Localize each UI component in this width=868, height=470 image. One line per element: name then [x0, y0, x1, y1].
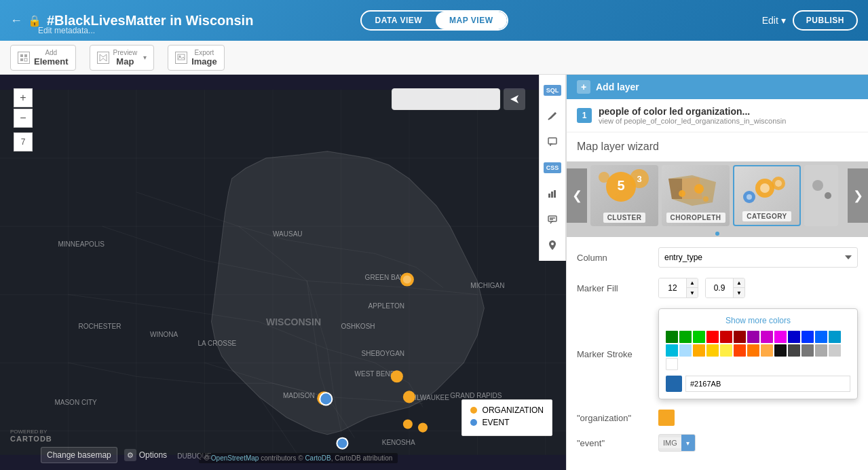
svg-rect-50: [548, 194, 550, 198]
edit-menu-button[interactable]: Edit ▾: [762, 15, 786, 26]
marker-fill-option-row: Marker Fill 12 ▲ ▼ 0.9 ▲ ▼: [577, 278, 858, 298]
marker-fill-opacity-up[interactable]: ▲: [734, 278, 744, 288]
carousel-item-choropleth[interactable]: CHOROPLETH: [662, 165, 730, 226]
chat-button[interactable]: [540, 207, 565, 232]
color-swatch-13[interactable]: [829, 331, 841, 343]
color-swatch-11[interactable]: [801, 331, 814, 343]
show-more-colors-link[interactable]: Show more colors: [666, 316, 850, 325]
color-swatch-5[interactable]: [720, 331, 732, 343]
svg-rect-53: [548, 216, 556, 221]
svg-point-62: [679, 190, 685, 197]
color-hex-input[interactable]: #2167AB: [685, 376, 850, 392]
color-preview-box[interactable]: [666, 376, 682, 392]
column-select[interactable]: entry_type: [658, 247, 858, 268]
map-zoom-controls: + − 7: [14, 88, 33, 151]
category-label: CATEGORY: [742, 211, 791, 221]
svg-text:SHEBOYGAN: SHEBOYGAN: [362, 350, 405, 357]
carousel-next-button[interactable]: ❯: [848, 168, 868, 223]
color-swatch-2[interactable]: [679, 331, 692, 343]
color-swatch-9[interactable]: [774, 331, 787, 343]
color-picker-popup: Show more colors: [658, 308, 858, 399]
zoom-level-indicator: 7: [14, 132, 33, 151]
event-img-dropdown[interactable]: ▾: [681, 435, 695, 451]
app-header: ← 🔒 #BlackLivesMatter in Wisconsin Edit …: [0, 0, 868, 41]
marker-fill-opacity-input[interactable]: 0.9 ▲ ▼: [705, 278, 745, 298]
css-button[interactable]: CSS: [540, 156, 565, 180]
svg-rect-3: [24, 58, 27, 61]
carousel-item-next[interactable]: [804, 165, 838, 226]
color-swatch-14[interactable]: [666, 344, 678, 357]
color-swatch-16[interactable]: [693, 344, 705, 357]
color-swatch-25[interactable]: [815, 344, 827, 357]
svg-point-72: [825, 192, 831, 199]
color-swatch-8[interactable]: [761, 331, 773, 343]
sql-button[interactable]: SQL: [540, 78, 565, 103]
color-swatch-10[interactable]: [788, 331, 800, 343]
column-option-row: Column entry_type: [577, 247, 858, 268]
marker-fill-size-value[interactable]: 12: [659, 278, 686, 297]
comment-button[interactable]: [540, 130, 565, 154]
color-swatch-26[interactable]: [829, 344, 841, 357]
map-canvas[interactable]: MINNEAPOLIS WISCONSIN WAUSAU GREEN BAY ●…: [0, 75, 566, 470]
edit-label: Edit: [762, 15, 778, 26]
map-view-button[interactable]: MAP VIEW: [436, 12, 506, 29]
color-swatch-20[interactable]: [747, 344, 759, 357]
svg-text:MASON CITY: MASON CITY: [54, 399, 97, 406]
event-category-row: "event" IMG ▾: [577, 434, 858, 452]
column-control: entry_type: [658, 247, 858, 268]
marker-fill-label: Marker Fill: [577, 283, 658, 293]
svg-text:LA CROSSE: LA CROSSE: [197, 340, 236, 347]
svg-point-43: [403, 420, 413, 429]
color-swatch-3[interactable]: [693, 331, 705, 343]
color-swatch-18[interactable]: [720, 344, 732, 357]
color-swatch-4[interactable]: [706, 331, 719, 343]
add-layer-button[interactable]: + Add layer: [567, 75, 868, 99]
color-swatch-15[interactable]: [679, 344, 692, 357]
color-swatch-27[interactable]: [666, 358, 678, 370]
event-img-selector[interactable]: IMG ▾: [658, 434, 696, 452]
color-swatch-19[interactable]: [734, 344, 746, 357]
marker-fill-size-input[interactable]: 12 ▲ ▼: [658, 278, 698, 298]
color-swatch-12[interactable]: [815, 331, 827, 343]
carousel-prev-button[interactable]: ❮: [567, 168, 587, 223]
edit-metadata-link[interactable]: Edit metadata...: [38, 26, 95, 35]
marker-fill-size-down[interactable]: ▼: [687, 288, 698, 297]
org-color-swatch[interactable]: [658, 410, 675, 426]
zoom-in-button[interactable]: +: [14, 88, 33, 107]
carousel-item-category[interactable]: CATEGORY: [733, 165, 801, 226]
color-swatch-7[interactable]: [747, 331, 759, 343]
map-send-button[interactable]: [504, 88, 525, 110]
marker-fill-opacity-value[interactable]: 0.9: [706, 278, 733, 297]
wizard-carousel: ❮ 5 3 CLUSTER: [567, 162, 868, 230]
color-swatch-22[interactable]: [774, 344, 787, 357]
color-swatch-21[interactable]: [761, 344, 773, 357]
map-search-input[interactable]: [392, 88, 500, 110]
publish-button[interactable]: PUBLISH: [793, 10, 858, 31]
color-swatch-6[interactable]: [734, 331, 746, 343]
indicator-dot-active: [715, 232, 719, 236]
preview-map-button[interactable]: Preview Map ▾: [90, 45, 155, 71]
pencil-button[interactable]: [540, 104, 565, 128]
cluster-label: CLUSTER: [603, 213, 646, 223]
color-swatch-1[interactable]: [666, 331, 678, 343]
add-element-button[interactable]: Add Element: [10, 45, 76, 71]
export-image-button[interactable]: Export Image: [168, 45, 225, 71]
zoom-out-button[interactable]: −: [14, 109, 33, 128]
color-swatch-23[interactable]: [788, 344, 800, 357]
marker-fill-opacity-down[interactable]: ▼: [734, 288, 744, 297]
color-swatch-17[interactable]: [706, 344, 719, 357]
view-toggle: DATA VIEW MAP VIEW: [360, 10, 508, 31]
marker-fill-size-up[interactable]: ▲: [687, 278, 698, 288]
bar-chart-button[interactable]: [540, 181, 565, 206]
column-label: Column: [577, 253, 658, 263]
color-swatch-24[interactable]: [801, 344, 814, 357]
svg-point-70: [775, 180, 782, 187]
location-pin-button[interactable]: [540, 233, 565, 257]
carousel-item-cluster[interactable]: 5 3 CLUSTER: [590, 165, 658, 226]
data-view-button[interactable]: DATA VIEW: [361, 12, 436, 29]
lock-icon: 🔒: [28, 14, 41, 27]
svg-point-56: [551, 242, 554, 245]
header-right-actions: Edit ▾ PUBLISH: [762, 10, 858, 31]
side-icon-bar: SQL CSS: [539, 75, 566, 261]
back-button[interactable]: ←: [10, 14, 22, 28]
